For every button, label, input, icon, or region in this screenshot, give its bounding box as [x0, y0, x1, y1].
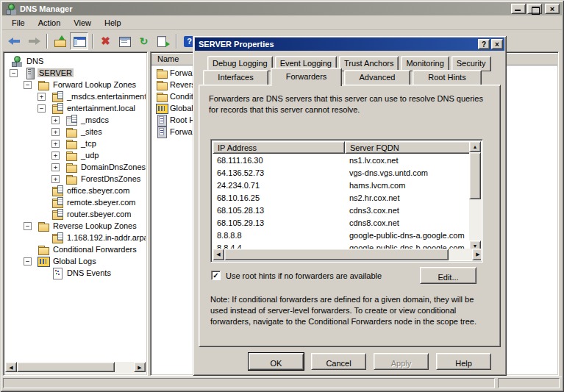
expand-icon[interactable]: + [51, 152, 60, 160]
tree-item-sites[interactable]: +_sites [5, 126, 146, 138]
tab-forwarders[interactable]: Forwarders [271, 68, 342, 86]
forwarder-row[interactable]: 68.105.29.13cdns8.cox.net [213, 216, 472, 229]
forwarder-row[interactable]: 68.10.16.25ns2.hr.cox.net [213, 191, 472, 204]
expand-icon[interactable]: + [51, 128, 60, 136]
tab-debug-logging[interactable]: Debug Logging [207, 56, 273, 71]
tab-interfaces[interactable]: Interfaces [203, 70, 268, 85]
tree-item-domaindnszones[interactable]: +DomainDnsZones [5, 161, 146, 173]
forwarder-row[interactable]: 24.234.0.71hams.lvcm.com [213, 179, 472, 191]
tree-item-global-logs[interactable]: −Global Logs [5, 255, 146, 267]
column-header-server-fqdn[interactable]: Server FQDN [345, 141, 472, 154]
scroll-right-icon[interactable]: ▶ [472, 249, 481, 260]
scroll-up-icon[interactable]: ▲ [469, 141, 481, 152]
help-button[interactable]: Help [436, 353, 491, 370]
refresh-button[interactable]: ↻ [135, 32, 153, 50]
tree-label[interactable]: Conditional Forwarders [51, 245, 138, 254]
tree-item-msdcs-entertainment[interactable]: +_msdcs.entertainment. [5, 90, 146, 102]
menu-action[interactable]: Action [32, 16, 68, 29]
collapse-icon[interactable]: − [24, 257, 32, 266]
use-root-hints-checkbox[interactable]: ✓ [211, 271, 221, 280]
tree-item-reverse-lookup-zones[interactable]: −Reverse Lookup Zones [5, 220, 146, 232]
scrollbar-thumb[interactable] [17, 362, 115, 372]
menu-view[interactable]: View [67, 16, 98, 29]
tree-label[interactable]: DNS [25, 57, 45, 65]
tree-item-conditional-forwarders[interactable]: Conditional Forwarders [5, 243, 146, 255]
tab-advanced[interactable]: Advanced [344, 70, 410, 85]
tree-item-forestdnszones[interactable]: +ForestDnsZones [5, 173, 146, 185]
tree-label[interactable]: _msdcs.entertainment. [65, 92, 146, 101]
export-list-button[interactable] [154, 32, 172, 50]
forward-button[interactable] [24, 32, 43, 50]
edit-button[interactable]: Edit... [420, 267, 476, 284]
menu-file[interactable]: File [5, 16, 32, 29]
forwarder-row[interactable]: 68.111.16.30ns1.lv.cox.net [213, 154, 472, 166]
tree-label[interactable]: SERVER [38, 68, 74, 77]
ok-button[interactable]: OK [249, 353, 304, 370]
tree-item-dns[interactable]: DNS [5, 55, 146, 67]
column-header-ip-address[interactable]: IP Address [213, 141, 345, 154]
scrollbar-track[interactable] [115, 362, 134, 374]
scrollbar-track[interactable] [469, 199, 481, 240]
tab-root-hints[interactable]: Root Hints [413, 70, 482, 85]
cancel-button[interactable]: Cancel [311, 353, 366, 370]
tree-item-office-sbeyer-com[interactable]: office.sbeyer.com [5, 185, 146, 196]
close-icon[interactable]: × [545, 4, 560, 14]
scrollbar-thumb[interactable] [224, 249, 449, 260]
tree-label[interactable]: ForestDnsZones [79, 174, 142, 183]
tree-label[interactable]: router.sbeyer.com [65, 210, 132, 218]
scrollbar-track[interactable] [449, 249, 472, 260]
expand-icon[interactable]: + [51, 163, 60, 171]
tree-label[interactable]: _sites [79, 127, 104, 136]
tree-item-entertainment-local[interactable]: −entertainment.local [5, 102, 146, 114]
tree-item-udp[interactable]: +_udp [5, 149, 146, 161]
tree-item-tcp[interactable]: +_tcp [5, 138, 146, 149]
tree-label[interactable]: Global Logs [51, 257, 98, 266]
menu-help[interactable]: Help [98, 16, 128, 29]
tree-item-msdcs[interactable]: +_msdcs [5, 114, 146, 126]
collapse-icon[interactable]: − [38, 104, 46, 113]
tree-label[interactable]: DNS Events [65, 268, 113, 277]
tree-item-dns-events[interactable]: DNS Events [5, 267, 146, 279]
tab-security[interactable]: Security [451, 56, 491, 71]
tree-item-1-168-192-in-addr-arpa[interactable]: 1.168.192.in-addr.arpa [5, 232, 146, 243]
forwarder-row[interactable]: 64.136.52.73vgs-dns.vgs.untd.com [213, 166, 472, 179]
scrollbar-thumb[interactable] [469, 152, 481, 199]
maximize-icon[interactable] [527, 4, 542, 14]
vertical-scrollbar[interactable]: ▲ ▼ [469, 141, 481, 252]
tree-label[interactable]: _msdcs [79, 115, 110, 124]
forwarder-row[interactable]: 8.8.8.8google-public-dns-a.google.com [213, 229, 472, 241]
tree-item-server[interactable]: −SERVER [5, 67, 146, 79]
expand-icon[interactable]: + [38, 93, 46, 101]
tree-label[interactable]: _tcp [79, 139, 98, 148]
tab-monitoring[interactable]: Monitoring [401, 56, 449, 71]
expand-icon[interactable]: + [51, 140, 60, 148]
dialog-close-icon[interactable]: × [491, 39, 503, 49]
tree-label[interactable]: Reverse Lookup Zones [51, 221, 138, 230]
expand-icon[interactable]: + [51, 116, 60, 124]
delete-button[interactable]: ✖ [96, 32, 115, 50]
minimize-icon[interactable] [511, 4, 526, 14]
collapse-icon[interactable]: − [24, 81, 32, 89]
up-one-level-button[interactable] [51, 32, 69, 50]
dialog-help-icon[interactable]: ? [478, 39, 490, 49]
tree-label[interactable]: _udp [79, 151, 100, 160]
scroll-left-icon[interactable]: ◀ [213, 249, 224, 260]
tree-item-router-sbeyer-com[interactable]: router.sbeyer.com [5, 208, 146, 220]
tree-label[interactable]: DomainDnsZones [79, 163, 146, 171]
back-button[interactable] [5, 32, 24, 50]
properties-button[interactable] [115, 32, 134, 50]
scroll-left-icon[interactable]: ◀ [5, 362, 17, 372]
tab-trust-anchors[interactable]: Trust Anchors [339, 56, 399, 71]
collapse-icon[interactable]: − [24, 222, 32, 230]
expand-icon[interactable]: + [51, 175, 60, 183]
collapse-icon[interactable]: − [10, 69, 18, 77]
scroll-right-icon[interactable]: ▶ [134, 362, 146, 372]
tree-horizontal-scrollbar[interactable]: ◀ ▶ [5, 362, 146, 374]
show-console-tree-button[interactable] [70, 32, 88, 50]
tree-label[interactable]: remote.sbeyer.com [65, 198, 138, 207]
tree-label[interactable]: 1.168.192.in-addr.arpa [65, 233, 146, 242]
tree-item-remote-sbeyer-com[interactable]: remote.sbeyer.com [5, 196, 146, 208]
tree-label[interactable]: Forward Lookup Zones [51, 80, 138, 89]
horizontal-scrollbar[interactable]: ◀ ▶ [213, 249, 481, 260]
tree-label[interactable]: office.sbeyer.com [65, 186, 131, 195]
